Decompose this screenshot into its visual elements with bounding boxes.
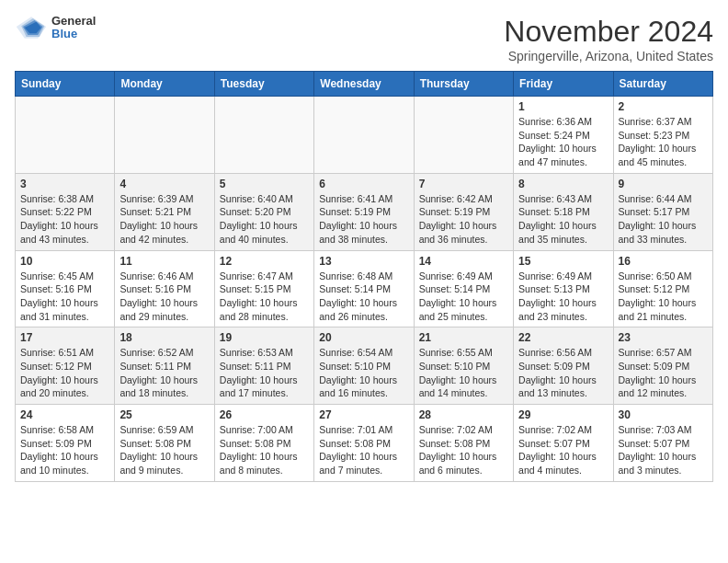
day-number: 22 — [518, 331, 608, 344]
header-cell-sunday: Sunday — [16, 72, 115, 97]
day-info: Sunrise: 6:45 AMSunset: 5:16 PMDaylight:… — [20, 270, 109, 324]
day-cell: 21Sunrise: 6:55 AMSunset: 5:10 PMDayligh… — [414, 327, 513, 405]
day-info: Sunrise: 6:54 AMSunset: 5:10 PMDaylight:… — [319, 346, 408, 400]
day-cell: 13Sunrise: 6:48 AMSunset: 5:14 PMDayligh… — [314, 250, 414, 327]
header-cell-friday: Friday — [514, 72, 613, 97]
day-cell — [115, 97, 214, 174]
day-cell: 6Sunrise: 6:41 AMSunset: 5:19 PMDaylight… — [314, 173, 414, 250]
day-cell: 30Sunrise: 7:03 AMSunset: 5:07 PMDayligh… — [613, 405, 712, 482]
day-number: 24 — [20, 408, 109, 421]
day-cell — [16, 97, 115, 174]
day-number: 30 — [619, 408, 708, 421]
day-cell: 10Sunrise: 6:45 AMSunset: 5:16 PMDayligh… — [16, 250, 115, 327]
day-number: 15 — [518, 255, 608, 268]
header-cell-monday: Monday — [115, 72, 214, 97]
day-number: 4 — [119, 178, 209, 190]
day-info: Sunrise: 6:43 AMSunset: 5:18 PMDaylight:… — [518, 192, 608, 247]
day-number: 18 — [119, 331, 209, 344]
day-cell: 18Sunrise: 6:52 AMSunset: 5:11 PMDayligh… — [115, 327, 214, 405]
day-number: 28 — [419, 408, 508, 421]
day-info: Sunrise: 7:02 AMSunset: 5:07 PMDaylight:… — [518, 423, 608, 477]
day-number: 7 — [419, 178, 508, 190]
day-info: Sunrise: 6:47 AMSunset: 5:15 PMDaylight:… — [220, 270, 309, 324]
header-cell-tuesday: Tuesday — [214, 72, 313, 97]
day-number: 29 — [518, 408, 608, 421]
day-number: 10 — [20, 255, 109, 268]
calendar-body: 1Sunrise: 6:36 AMSunset: 5:24 PMDaylight… — [16, 97, 713, 482]
day-cell: 12Sunrise: 6:47 AMSunset: 5:15 PMDayligh… — [214, 250, 313, 327]
day-cell — [314, 97, 414, 174]
day-number: 11 — [119, 255, 209, 268]
day-number: 16 — [619, 255, 708, 268]
day-number: 8 — [518, 178, 608, 190]
day-cell: 23Sunrise: 6:57 AMSunset: 5:09 PMDayligh… — [613, 327, 712, 405]
calendar-table: SundayMondayTuesdayWednesdayThursdayFrid… — [15, 71, 713, 482]
week-row-4: 17Sunrise: 6:51 AMSunset: 5:12 PMDayligh… — [16, 327, 713, 405]
day-info: Sunrise: 6:36 AMSunset: 5:24 PMDaylight:… — [518, 115, 608, 169]
logo-blue: Blue — [51, 28, 96, 40]
day-info: Sunrise: 6:39 AMSunset: 5:21 PMDaylight:… — [119, 192, 209, 247]
day-cell: 8Sunrise: 6:43 AMSunset: 5:18 PMDaylight… — [514, 173, 613, 250]
week-row-1: 1Sunrise: 6:36 AMSunset: 5:24 PMDaylight… — [16, 97, 713, 174]
day-number: 2 — [619, 100, 708, 113]
day-info: Sunrise: 6:59 AMSunset: 5:08 PMDaylight:… — [119, 423, 209, 477]
page-header: General Blue November 2024 Springerville… — [15, 15, 713, 63]
day-number: 26 — [220, 408, 309, 421]
day-info: Sunrise: 6:46 AMSunset: 5:16 PMDaylight:… — [119, 270, 209, 324]
day-number: 21 — [419, 331, 508, 344]
day-cell: 29Sunrise: 7:02 AMSunset: 5:07 PMDayligh… — [514, 405, 613, 482]
day-number: 5 — [220, 178, 309, 190]
day-cell: 2Sunrise: 6:37 AMSunset: 5:23 PMDaylight… — [613, 97, 712, 174]
day-number: 19 — [220, 331, 309, 344]
day-number: 1 — [518, 100, 608, 113]
day-info: Sunrise: 6:55 AMSunset: 5:10 PMDaylight:… — [419, 346, 508, 400]
day-cell: 4Sunrise: 6:39 AMSunset: 5:21 PMDaylight… — [115, 173, 214, 250]
day-cell: 25Sunrise: 6:59 AMSunset: 5:08 PMDayligh… — [115, 405, 214, 482]
day-info: Sunrise: 6:40 AMSunset: 5:20 PMDaylight:… — [220, 192, 309, 247]
day-cell — [214, 97, 313, 174]
logo-general: General — [51, 15, 96, 28]
week-row-2: 3Sunrise: 6:38 AMSunset: 5:22 PMDaylight… — [16, 173, 713, 250]
day-cell — [414, 97, 513, 174]
day-number: 14 — [419, 255, 508, 268]
day-cell: 19Sunrise: 6:53 AMSunset: 5:11 PMDayligh… — [214, 327, 313, 405]
day-cell: 24Sunrise: 6:58 AMSunset: 5:09 PMDayligh… — [16, 405, 115, 482]
day-cell: 7Sunrise: 6:42 AMSunset: 5:19 PMDaylight… — [414, 173, 513, 250]
day-cell: 17Sunrise: 6:51 AMSunset: 5:12 PMDayligh… — [16, 327, 115, 405]
day-number: 25 — [119, 408, 209, 421]
day-cell: 16Sunrise: 6:50 AMSunset: 5:12 PMDayligh… — [613, 250, 712, 327]
day-cell: 14Sunrise: 6:49 AMSunset: 5:14 PMDayligh… — [414, 250, 513, 327]
calendar-title: November 2024 — [504, 15, 713, 49]
day-cell: 5Sunrise: 6:40 AMSunset: 5:20 PMDaylight… — [214, 173, 313, 250]
day-number: 27 — [319, 408, 408, 421]
header-cell-saturday: Saturday — [613, 72, 712, 97]
week-row-5: 24Sunrise: 6:58 AMSunset: 5:09 PMDayligh… — [16, 405, 713, 482]
day-info: Sunrise: 6:44 AMSunset: 5:17 PMDaylight:… — [619, 192, 708, 247]
day-cell: 27Sunrise: 7:01 AMSunset: 5:08 PMDayligh… — [314, 405, 414, 482]
day-cell: 9Sunrise: 6:44 AMSunset: 5:17 PMDaylight… — [613, 173, 712, 250]
header-cell-thursday: Thursday — [414, 72, 513, 97]
day-info: Sunrise: 7:00 AMSunset: 5:08 PMDaylight:… — [220, 423, 309, 477]
day-number: 12 — [220, 255, 309, 268]
day-info: Sunrise: 6:41 AMSunset: 5:19 PMDaylight:… — [319, 192, 408, 247]
day-cell: 1Sunrise: 6:36 AMSunset: 5:24 PMDaylight… — [514, 97, 613, 174]
day-info: Sunrise: 6:37 AMSunset: 5:23 PMDaylight:… — [619, 115, 708, 169]
day-cell: 15Sunrise: 6:49 AMSunset: 5:13 PMDayligh… — [514, 250, 613, 327]
day-info: Sunrise: 7:03 AMSunset: 5:07 PMDaylight:… — [619, 423, 708, 477]
day-info: Sunrise: 6:49 AMSunset: 5:13 PMDaylight:… — [518, 270, 608, 324]
day-info: Sunrise: 6:51 AMSunset: 5:12 PMDaylight:… — [20, 346, 109, 400]
logo-text: General Blue — [51, 15, 96, 41]
day-number: 17 — [20, 331, 109, 344]
day-number: 20 — [319, 331, 408, 344]
day-number: 13 — [319, 255, 408, 268]
day-info: Sunrise: 6:50 AMSunset: 5:12 PMDaylight:… — [619, 270, 708, 324]
day-info: Sunrise: 7:02 AMSunset: 5:08 PMDaylight:… — [419, 423, 508, 477]
title-block: November 2024 Springerville, Arizona, Un… — [504, 15, 713, 63]
day-info: Sunrise: 6:56 AMSunset: 5:09 PMDaylight:… — [518, 346, 608, 400]
day-cell: 3Sunrise: 6:38 AMSunset: 5:22 PMDaylight… — [16, 173, 115, 250]
day-info: Sunrise: 7:01 AMSunset: 5:08 PMDaylight:… — [319, 423, 408, 477]
day-info: Sunrise: 6:52 AMSunset: 5:11 PMDaylight:… — [119, 346, 209, 400]
logo-icon — [15, 15, 48, 40]
day-number: 23 — [619, 331, 708, 344]
day-cell: 26Sunrise: 7:00 AMSunset: 5:08 PMDayligh… — [214, 405, 313, 482]
